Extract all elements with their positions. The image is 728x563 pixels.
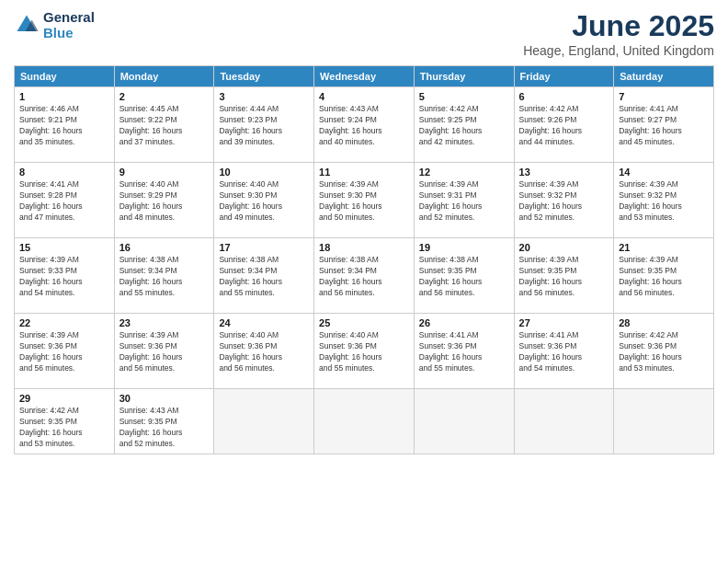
day-number: 11 bbox=[319, 167, 409, 178]
table-row: 19Sunrise: 4:38 AMSunset: 9:35 PMDayligh… bbox=[414, 238, 514, 314]
table-row: 27Sunrise: 4:41 AMSunset: 9:36 PMDayligh… bbox=[514, 314, 614, 389]
calendar-week-4: 22Sunrise: 4:39 AMSunset: 9:36 PMDayligh… bbox=[15, 314, 714, 389]
day-number: 19 bbox=[419, 242, 509, 253]
day-info: Sunrise: 4:40 AMSunset: 9:36 PMDaylight:… bbox=[219, 330, 309, 374]
day-number: 9 bbox=[119, 167, 210, 178]
day-info: Sunrise: 4:39 AMSunset: 9:32 PMDaylight:… bbox=[519, 179, 609, 224]
table-row: 16Sunrise: 4:38 AMSunset: 9:34 PMDayligh… bbox=[114, 238, 214, 314]
table-row: 10Sunrise: 4:40 AMSunset: 9:30 PMDayligh… bbox=[214, 163, 314, 238]
table-row: 14Sunrise: 4:39 AMSunset: 9:32 PMDayligh… bbox=[614, 163, 714, 238]
day-info: Sunrise: 4:39 AMSunset: 9:36 PMDaylight:… bbox=[119, 330, 210, 374]
location: Heage, England, United Kingdom bbox=[523, 43, 714, 58]
table-row: 11Sunrise: 4:39 AMSunset: 9:30 PMDayligh… bbox=[314, 163, 415, 238]
page: General Blue June 2025 Heage, England, U… bbox=[0, 0, 728, 563]
header: General Blue June 2025 Heage, England, U… bbox=[14, 9, 714, 58]
day-info: Sunrise: 4:41 AMSunset: 9:28 PMDaylight:… bbox=[19, 179, 109, 224]
day-number: 7 bbox=[619, 91, 709, 102]
day-info: Sunrise: 4:44 AMSunset: 9:23 PMDaylight:… bbox=[219, 104, 309, 148]
table-row: 28Sunrise: 4:42 AMSunset: 9:36 PMDayligh… bbox=[614, 314, 714, 389]
day-number: 15 bbox=[19, 242, 109, 253]
table-row: 2Sunrise: 4:45 AMSunset: 9:22 PMDaylight… bbox=[114, 87, 214, 163]
day-info: Sunrise: 4:39 AMSunset: 9:36 PMDaylight:… bbox=[19, 330, 109, 374]
table-row: 30Sunrise: 4:43 AMSunset: 9:35 PMDayligh… bbox=[114, 389, 214, 454]
day-info: Sunrise: 4:42 AMSunset: 9:25 PMDaylight:… bbox=[419, 104, 509, 148]
logo: General Blue bbox=[14, 9, 95, 40]
day-number: 29 bbox=[19, 393, 109, 404]
calendar-week-5: 29Sunrise: 4:42 AMSunset: 9:35 PMDayligh… bbox=[15, 389, 714, 454]
calendar-week-1: 1Sunrise: 4:46 AMSunset: 9:21 PMDaylight… bbox=[15, 87, 714, 163]
day-info: Sunrise: 4:39 AMSunset: 9:30 PMDaylight:… bbox=[319, 179, 409, 224]
table-row: 4Sunrise: 4:43 AMSunset: 9:24 PMDaylight… bbox=[314, 87, 415, 163]
day-info: Sunrise: 4:41 AMSunset: 9:27 PMDaylight:… bbox=[619, 104, 709, 148]
table-row: 22Sunrise: 4:39 AMSunset: 9:36 PMDayligh… bbox=[15, 314, 115, 389]
day-info: Sunrise: 4:40 AMSunset: 9:30 PMDaylight:… bbox=[219, 179, 309, 224]
col-thursday: Thursday bbox=[414, 66, 514, 87]
col-friday: Friday bbox=[514, 66, 614, 87]
col-wednesday: Wednesday bbox=[314, 66, 415, 87]
day-number: 6 bbox=[519, 91, 609, 102]
day-info: Sunrise: 4:39 AMSunset: 9:35 PMDaylight:… bbox=[519, 255, 609, 299]
day-info: Sunrise: 4:43 AMSunset: 9:24 PMDaylight:… bbox=[319, 104, 409, 148]
day-info: Sunrise: 4:38 AMSunset: 9:34 PMDaylight:… bbox=[219, 255, 309, 299]
col-saturday: Saturday bbox=[614, 66, 714, 87]
table-row: 13Sunrise: 4:39 AMSunset: 9:32 PMDayligh… bbox=[514, 163, 614, 238]
table-row bbox=[214, 389, 314, 454]
table-row: 8Sunrise: 4:41 AMSunset: 9:28 PMDaylight… bbox=[15, 163, 115, 238]
month-title: June 2025 bbox=[523, 9, 714, 43]
day-number: 28 bbox=[619, 317, 709, 328]
table-row: 26Sunrise: 4:41 AMSunset: 9:36 PMDayligh… bbox=[414, 314, 514, 389]
day-number: 20 bbox=[519, 242, 609, 253]
day-number: 22 bbox=[19, 317, 109, 328]
calendar-header-row: Sunday Monday Tuesday Wednesday Thursday… bbox=[15, 66, 714, 87]
day-info: Sunrise: 4:41 AMSunset: 9:36 PMDaylight:… bbox=[419, 330, 509, 374]
table-row: 6Sunrise: 4:42 AMSunset: 9:26 PMDaylight… bbox=[514, 87, 614, 163]
table-row bbox=[314, 389, 415, 454]
day-number: 10 bbox=[219, 167, 309, 178]
table-row: 7Sunrise: 4:41 AMSunset: 9:27 PMDaylight… bbox=[614, 87, 714, 163]
day-info: Sunrise: 4:39 AMSunset: 9:35 PMDaylight:… bbox=[619, 255, 709, 299]
day-info: Sunrise: 4:41 AMSunset: 9:36 PMDaylight:… bbox=[519, 330, 609, 374]
day-number: 13 bbox=[519, 167, 609, 178]
day-number: 8 bbox=[19, 167, 109, 178]
table-row: 17Sunrise: 4:38 AMSunset: 9:34 PMDayligh… bbox=[214, 238, 314, 314]
table-row: 24Sunrise: 4:40 AMSunset: 9:36 PMDayligh… bbox=[214, 314, 314, 389]
day-number: 25 bbox=[319, 317, 409, 328]
table-row: 25Sunrise: 4:40 AMSunset: 9:36 PMDayligh… bbox=[314, 314, 415, 389]
logo-icon bbox=[14, 12, 40, 38]
day-number: 18 bbox=[319, 242, 409, 253]
calendar-week-3: 15Sunrise: 4:39 AMSunset: 9:33 PMDayligh… bbox=[15, 238, 714, 314]
day-number: 21 bbox=[619, 242, 709, 253]
day-info: Sunrise: 4:42 AMSunset: 9:26 PMDaylight:… bbox=[519, 104, 609, 148]
col-tuesday: Tuesday bbox=[214, 66, 314, 87]
day-number: 24 bbox=[219, 317, 309, 328]
day-info: Sunrise: 4:42 AMSunset: 9:35 PMDaylight:… bbox=[19, 406, 109, 450]
day-number: 17 bbox=[219, 242, 309, 253]
table-row: 29Sunrise: 4:42 AMSunset: 9:35 PMDayligh… bbox=[15, 389, 115, 454]
table-row: 5Sunrise: 4:42 AMSunset: 9:25 PMDaylight… bbox=[414, 87, 514, 163]
table-row: 9Sunrise: 4:40 AMSunset: 9:29 PMDaylight… bbox=[114, 163, 214, 238]
day-number: 14 bbox=[619, 167, 709, 178]
day-number: 27 bbox=[519, 317, 609, 328]
day-number: 2 bbox=[119, 91, 210, 102]
day-number: 3 bbox=[219, 91, 309, 102]
day-info: Sunrise: 4:42 AMSunset: 9:36 PMDaylight:… bbox=[619, 330, 709, 374]
day-number: 5 bbox=[419, 91, 509, 102]
table-row: 18Sunrise: 4:38 AMSunset: 9:34 PMDayligh… bbox=[314, 238, 415, 314]
table-row bbox=[614, 389, 714, 454]
table-row: 1Sunrise: 4:46 AMSunset: 9:21 PMDaylight… bbox=[15, 87, 115, 163]
calendar-week-2: 8Sunrise: 4:41 AMSunset: 9:28 PMDaylight… bbox=[15, 163, 714, 238]
calendar: Sunday Monday Tuesday Wednesday Thursday… bbox=[14, 65, 714, 454]
day-info: Sunrise: 4:38 AMSunset: 9:34 PMDaylight:… bbox=[119, 255, 210, 299]
day-info: Sunrise: 4:45 AMSunset: 9:22 PMDaylight:… bbox=[119, 104, 210, 148]
day-number: 30 bbox=[119, 393, 210, 404]
table-row: 15Sunrise: 4:39 AMSunset: 9:33 PMDayligh… bbox=[15, 238, 115, 314]
table-row: 21Sunrise: 4:39 AMSunset: 9:35 PMDayligh… bbox=[614, 238, 714, 314]
table-row: 3Sunrise: 4:44 AMSunset: 9:23 PMDaylight… bbox=[214, 87, 314, 163]
day-number: 1 bbox=[19, 91, 109, 102]
day-info: Sunrise: 4:39 AMSunset: 9:32 PMDaylight:… bbox=[619, 179, 709, 224]
day-info: Sunrise: 4:43 AMSunset: 9:35 PMDaylight:… bbox=[119, 406, 210, 450]
col-sunday: Sunday bbox=[15, 66, 115, 87]
day-number: 12 bbox=[419, 167, 509, 178]
table-row: 12Sunrise: 4:39 AMSunset: 9:31 PMDayligh… bbox=[414, 163, 514, 238]
day-info: Sunrise: 4:39 AMSunset: 9:33 PMDaylight:… bbox=[19, 255, 109, 299]
